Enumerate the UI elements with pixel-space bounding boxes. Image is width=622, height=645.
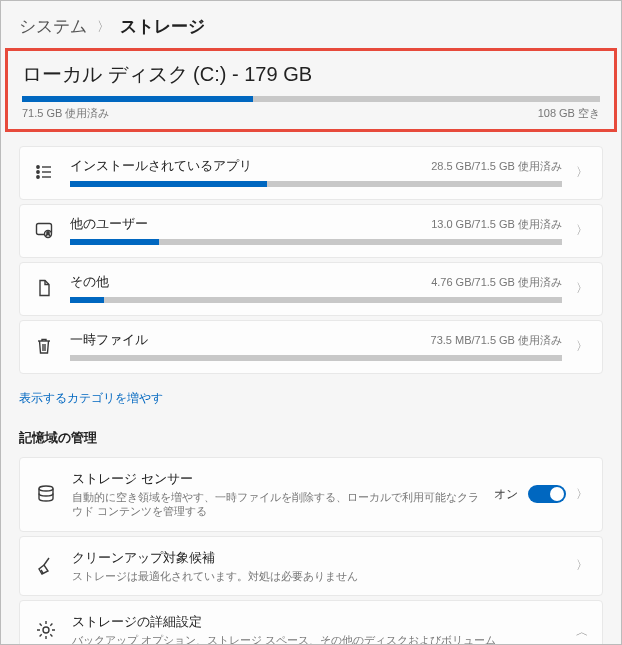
disk-usage-fill bbox=[22, 96, 253, 102]
advanced-storage-row[interactable]: ストレージの詳細設定 バックアップ オプション、ストレージ スペース、その他のデ… bbox=[19, 600, 603, 645]
disk-title: ローカル ディスク (C:) - 179 GB bbox=[22, 61, 600, 88]
row-title: ストレージ センサー bbox=[72, 470, 480, 488]
svg-point-4 bbox=[37, 176, 39, 178]
chevron-right-icon: 〉 bbox=[97, 18, 110, 36]
chevron-right-icon: 〉 bbox=[576, 557, 588, 574]
disk-usage-bar bbox=[22, 96, 600, 102]
storage-management-header: 記憶域の管理 bbox=[1, 425, 621, 457]
row-desc: ストレージは最適化されています。対処は必要ありません bbox=[72, 569, 562, 583]
breadcrumb: システム 〉 ストレージ bbox=[1, 1, 621, 48]
storage-management-list: ストレージ センサー 自動的に空き領域を増やす、一時ファイルを削除する、ローカル… bbox=[1, 457, 621, 645]
row-desc: バックアップ オプション、ストレージ スペース、その他のディスクおよびボリューム bbox=[72, 633, 562, 645]
breadcrumb-parent[interactable]: システム bbox=[19, 15, 87, 38]
apps-icon bbox=[32, 160, 56, 184]
chevron-right-icon: 〉 bbox=[576, 222, 588, 239]
category-label: 一時ファイル bbox=[70, 331, 148, 349]
category-usage: 73.5 MB/71.5 GB 使用済み bbox=[431, 333, 562, 348]
row-title: クリーンアップ対象候補 bbox=[72, 549, 562, 567]
category-temp-files[interactable]: 一時ファイル 73.5 MB/71.5 GB 使用済み 〉 bbox=[19, 320, 603, 374]
chevron-right-icon: 〉 bbox=[576, 486, 588, 503]
document-icon bbox=[32, 276, 56, 300]
chevron-right-icon: 〉 bbox=[576, 338, 588, 355]
toggle-state-label: オン bbox=[494, 486, 518, 503]
storage-categories: インストールされているアプリ 28.5 GB/71.5 GB 使用済み 〉 他の… bbox=[1, 146, 621, 374]
row-title: ストレージの詳細設定 bbox=[72, 613, 562, 631]
chevron-up-icon: 〉 bbox=[574, 624, 591, 636]
category-usage: 28.5 GB/71.5 GB 使用済み bbox=[431, 159, 562, 174]
trash-icon bbox=[32, 334, 56, 358]
storage-sense-row[interactable]: ストレージ センサー 自動的に空き領域を増やす、一時ファイルを削除する、ローカル… bbox=[19, 457, 603, 532]
category-usage: 13.0 GB/71.5 GB 使用済み bbox=[431, 217, 562, 232]
gear-icon bbox=[34, 618, 58, 642]
cleanup-recommendations-row[interactable]: クリーンアップ対象候補 ストレージは最適化されています。対処は必要ありません 〉 bbox=[19, 536, 603, 596]
category-label: 他のユーザー bbox=[70, 215, 148, 233]
category-bar bbox=[70, 181, 562, 187]
svg-point-2 bbox=[37, 171, 39, 173]
storage-sense-icon bbox=[34, 482, 58, 506]
category-label: その他 bbox=[70, 273, 109, 291]
storage-sense-toggle[interactable] bbox=[528, 485, 566, 503]
local-disk-overview: ローカル ディスク (C:) - 179 GB 71.5 GB 使用済み 108… bbox=[5, 48, 617, 132]
category-bar bbox=[70, 239, 562, 245]
category-bar bbox=[70, 355, 562, 361]
breadcrumb-current: ストレージ bbox=[120, 15, 205, 38]
category-other-users[interactable]: 他のユーザー 13.0 GB/71.5 GB 使用済み 〉 bbox=[19, 204, 603, 258]
disk-free-label: 108 GB 空き bbox=[538, 106, 600, 121]
category-usage: 4.76 GB/71.5 GB 使用済み bbox=[431, 275, 562, 290]
users-icon bbox=[32, 218, 56, 242]
svg-point-11 bbox=[39, 486, 53, 491]
category-bar bbox=[70, 297, 562, 303]
svg-point-13 bbox=[43, 627, 49, 633]
disk-used-label: 71.5 GB 使用済み bbox=[22, 106, 109, 121]
broom-icon bbox=[34, 554, 58, 578]
chevron-right-icon: 〉 bbox=[576, 280, 588, 297]
chevron-right-icon: 〉 bbox=[576, 164, 588, 181]
category-apps[interactable]: インストールされているアプリ 28.5 GB/71.5 GB 使用済み 〉 bbox=[19, 146, 603, 200]
row-desc: 自動的に空き領域を増やす、一時ファイルを削除する、ローカルで利用可能なクラウド … bbox=[72, 490, 480, 519]
category-label: インストールされているアプリ bbox=[70, 157, 252, 175]
category-other[interactable]: その他 4.76 GB/71.5 GB 使用済み 〉 bbox=[19, 262, 603, 316]
svg-point-0 bbox=[37, 166, 39, 168]
show-more-categories-link[interactable]: 表示するカテゴリを増やす bbox=[1, 378, 181, 425]
